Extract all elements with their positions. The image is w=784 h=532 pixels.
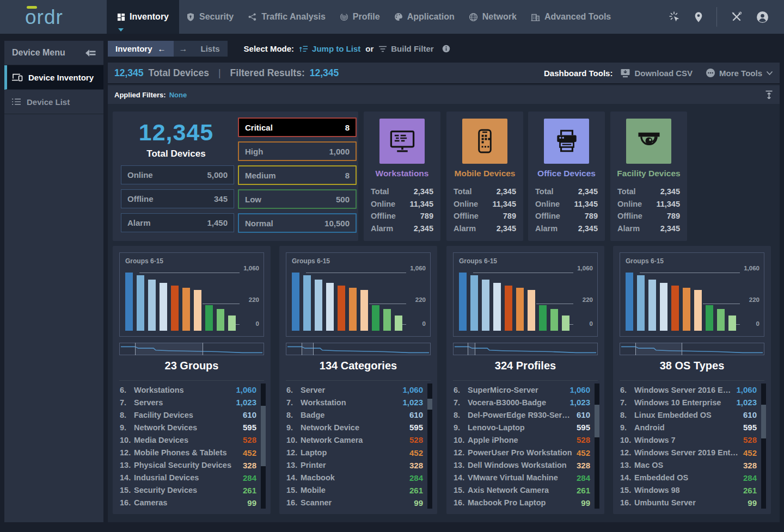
bar[interactable] (505, 286, 512, 331)
list-item[interactable]: 7. Servers 1,023 (120, 396, 256, 409)
bar[interactable] (349, 288, 357, 331)
download-csv-button[interactable]: Download CSV (620, 69, 693, 78)
user-icon[interactable] (756, 11, 769, 23)
info-icon[interactable] (442, 45, 450, 53)
list-item[interactable]: 15. Windows 98 261 (620, 484, 757, 497)
list-item[interactable]: 12. PowerUser Pro Workstation 452 (454, 446, 590, 459)
list-item[interactable]: 8. Facility Devices 610 (120, 409, 256, 421)
list-item[interactable]: 14. Embedded OS 284 (620, 472, 757, 484)
sidebar-item-device-list[interactable]: Device List (4, 90, 103, 114)
bar[interactable] (516, 288, 524, 331)
list-item[interactable]: 14. VMware Virtual Machine 284 (454, 472, 590, 484)
applied-filters-value[interactable]: None (169, 91, 187, 99)
list-item[interactable]: 7. Windows 10 Enterprise 1,023 (620, 396, 757, 409)
list-item[interactable]: 16. Macbook Pro Laptop 99 (454, 497, 590, 509)
list-item[interactable]: 12. Windows Server 2019 Enter... 452 (620, 446, 757, 459)
bar[interactable] (637, 275, 645, 331)
jump-to-list-button[interactable]: Jump to List (299, 44, 360, 53)
nav-item-application[interactable]: Application (387, 0, 462, 34)
bar[interactable] (470, 275, 478, 331)
list-item[interactable]: 8. Linux Embedded OS 610 (620, 409, 757, 421)
nav-item-advanced-tools[interactable]: Advanced Tools (524, 0, 618, 34)
navigator-window[interactable] (302, 343, 314, 355)
bar[interactable] (338, 286, 345, 331)
list-item[interactable]: 9. Network Device 595 (286, 421, 423, 434)
bar[interactable] (205, 305, 213, 331)
severity-filter-high[interactable]: High 1,000 (238, 141, 357, 161)
list-item[interactable]: 6. Server 1,060 (286, 383, 423, 396)
bar[interactable] (383, 309, 391, 331)
list-item[interactable]: 13. Mac OS 328 (620, 459, 757, 472)
bar[interactable] (493, 283, 501, 331)
bar[interactable] (360, 290, 368, 331)
bar[interactable] (528, 290, 535, 331)
nav-item-profile[interactable]: Profile (333, 0, 387, 34)
bar[interactable] (671, 286, 679, 331)
nav-item-traffic-analysis[interactable]: Traffic Analysis (241, 0, 333, 34)
list-item[interactable]: 9. Android 595 (620, 421, 757, 434)
bar[interactable] (148, 280, 156, 331)
chart-navigator[interactable] (620, 343, 764, 355)
forward-arrow-icon[interactable]: → (174, 41, 193, 57)
list-item[interactable]: 13. Printer 328 (286, 459, 423, 472)
build-filter-button[interactable]: Build Filter (378, 44, 433, 53)
list-item[interactable]: 13. Dell Windows Workstation 328 (454, 459, 590, 472)
list-item[interactable]: 6. SuperMicro-Server 1,060 (454, 383, 590, 396)
bar[interactable] (125, 273, 133, 331)
list-scrollbar[interactable] (261, 383, 266, 509)
list-item[interactable]: 9. Lenovo-Laptop 595 (454, 421, 590, 434)
bar[interactable] (160, 283, 167, 331)
severity-filter-medium[interactable]: Medium 8 (238, 165, 357, 185)
bar[interactable] (315, 280, 322, 331)
cursor-click-icon[interactable] (669, 11, 681, 23)
tab-lists[interactable]: Lists (193, 41, 228, 57)
nav-item-security[interactable]: Security (179, 0, 241, 34)
bar[interactable] (459, 273, 467, 331)
device-card-office-devices[interactable]: Office Devices Total 2,345 Online 11,345… (528, 112, 605, 241)
unfold-row-icon[interactable] (765, 90, 773, 100)
list-scrollbar[interactable] (761, 383, 766, 509)
list-item[interactable]: 13. Physical Security Devices 328 (120, 459, 256, 472)
severity-filter-normal[interactable]: Normal 10,500 (238, 213, 357, 233)
bar[interactable] (217, 309, 224, 331)
list-item[interactable]: 10. Media Devices 528 (120, 434, 256, 446)
list-item[interactable]: 9. Network Devices 595 (120, 421, 256, 434)
bar[interactable] (550, 309, 558, 331)
device-card-workstations[interactable]: Workstations Total 2,345 Online 11,345 O… (364, 112, 440, 241)
bar[interactable] (395, 316, 402, 331)
bar[interactable] (228, 316, 236, 331)
sidebar-item-device-inventory[interactable]: Device Inventory (4, 65, 103, 90)
bar[interactable] (717, 309, 725, 331)
severity-filter-critical[interactable]: Critical 8 (238, 117, 357, 137)
bar[interactable] (372, 305, 379, 331)
status-filter-alarm[interactable]: Alarm 1,450 (121, 213, 234, 232)
bar[interactable] (626, 273, 633, 331)
scrollbar-thumb[interactable] (261, 406, 266, 466)
list-item[interactable]: 16. Cameras 99 (120, 497, 256, 509)
scrollbar-thumb[interactable] (595, 405, 599, 437)
list-item[interactable]: 16. Umbuntu Server 99 (620, 497, 757, 509)
bar[interactable] (482, 280, 489, 331)
bar[interactable] (562, 316, 569, 331)
chart-navigator[interactable] (453, 343, 598, 355)
list-item[interactable]: 10. Windows 7 528 (620, 434, 757, 446)
list-scrollbar[interactable] (427, 383, 432, 509)
list-item[interactable]: 14. Macbook 284 (286, 472, 423, 484)
bar[interactable] (194, 290, 201, 331)
bar[interactable] (326, 283, 334, 331)
status-filter-online[interactable]: Online 5,000 (121, 165, 234, 184)
navigator-window[interactable] (635, 343, 682, 355)
navigator-window[interactable] (135, 343, 203, 355)
list-item[interactable]: 7. Workstation 1,023 (286, 396, 423, 409)
list-item[interactable]: 10. Apple iPhone 528 (454, 434, 590, 446)
list-item[interactable]: 12. Mobile Phones & Tablets 452 (120, 446, 256, 459)
bar[interactable] (182, 288, 190, 331)
list-item[interactable]: 15. Security Devices 261 (120, 484, 256, 497)
list-item[interactable]: 8. Badge 610 (286, 409, 423, 421)
scrollbar-thumb[interactable] (427, 399, 432, 410)
severity-filter-low[interactable]: Low 500 (238, 189, 357, 209)
bar[interactable] (728, 316, 736, 331)
list-item[interactable]: 15. Mobile 261 (286, 484, 423, 497)
bar[interactable] (660, 283, 667, 331)
device-card-mobile-devices[interactable]: Mobile Devices Total 2,345 Online 11,345… (446, 112, 523, 241)
